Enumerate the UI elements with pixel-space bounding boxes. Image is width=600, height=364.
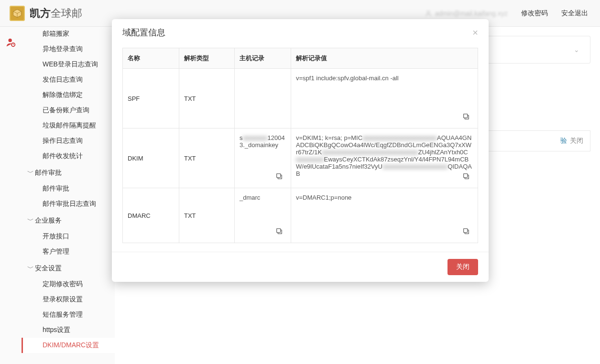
- cell-name: DKIM: [123, 128, 179, 188]
- table-row-dmarc: DMARC TXT _dmarc v=DMARC1;p=none: [123, 188, 478, 243]
- col-type: 解析类型: [179, 48, 235, 69]
- svg-rect-15: [277, 229, 281, 233]
- copy-icon[interactable]: [275, 227, 283, 235]
- svg-rect-17: [464, 229, 468, 233]
- col-value: 解析记录值: [291, 48, 478, 69]
- table-row-spf: SPF TXT v=spf1 include:spfv.global-mail.…: [123, 69, 478, 128]
- domain-config-modal: 域配置信息 × 名称 解析类型 主机记录 解析记录值 SPF TXT: [112, 19, 489, 282]
- cell-value: v=DMARC1;p=none: [291, 188, 478, 243]
- col-name: 名称: [123, 48, 179, 69]
- cell-name: SPF: [123, 69, 179, 128]
- table-row-dkim: DKIM TXT sxxxxxxxx120043._domainkey v=DK…: [123, 128, 478, 188]
- close-icon[interactable]: ×: [472, 28, 478, 37]
- close-button[interactable]: 关闭: [447, 259, 478, 275]
- cell-host: sxxxxxxxx120043._domainkey: [235, 128, 291, 188]
- copy-icon[interactable]: [275, 172, 283, 180]
- svg-rect-11: [277, 174, 281, 178]
- cell-host: _dmarc: [235, 188, 291, 243]
- cell-type: TXT: [179, 188, 235, 243]
- cell-type: TXT: [179, 69, 235, 128]
- col-host: 主机记录: [235, 48, 291, 69]
- copy-icon[interactable]: [462, 227, 470, 235]
- copy-icon[interactable]: [462, 113, 470, 120]
- cell-host: [235, 69, 291, 128]
- modal-title: 域配置信息: [122, 27, 165, 38]
- cell-type: TXT: [179, 128, 235, 188]
- cell-value: v=DKIM1; k=rsa; p=MICxxxxxxxxxxxxxxxxxxx…: [291, 128, 478, 188]
- svg-rect-13: [464, 174, 468, 178]
- dns-records-table: 名称 解析类型 主机记录 解析记录值 SPF TXT v=spf1 includ…: [122, 48, 478, 243]
- svg-rect-9: [464, 114, 468, 118]
- cell-value: v=spf1 include:spfv.global-mail.cn -all: [291, 69, 478, 128]
- cell-name: DMARC: [123, 188, 179, 243]
- copy-icon[interactable]: [462, 172, 470, 180]
